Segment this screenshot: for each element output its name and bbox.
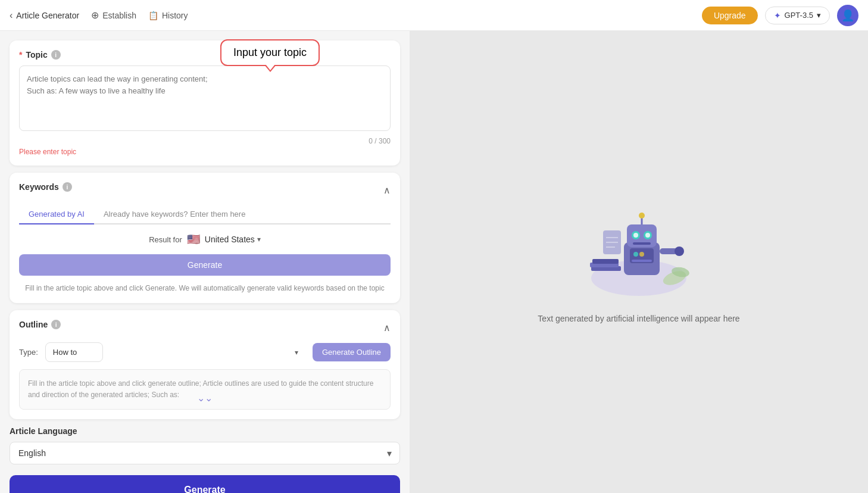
topic-label-text: Topic [26, 50, 47, 60]
tab-manual-keywords[interactable]: Already have keywords? Enter them here [94, 205, 255, 224]
history-label: History [162, 11, 188, 20]
outline-label-text: Outline [19, 320, 48, 329]
generate-keywords-button[interactable]: Generate [19, 254, 391, 276]
country-chevron-icon: ▾ [257, 235, 261, 244]
language-label: Article Language [10, 426, 400, 436]
ai-placeholder-text: Text generated by artificial intelligenc… [538, 314, 739, 323]
establish-icon: ⊕ [91, 10, 99, 21]
svg-point-14 [675, 246, 684, 256]
back-button[interactable]: ‹ Article Generator [10, 10, 79, 21]
outline-card: Outline i ∧ Type: How to Listicle Genera… [10, 310, 400, 419]
establish-label: Establish [102, 11, 136, 20]
right-panel: Text generated by artificial intelligenc… [410, 31, 868, 493]
outline-type-wrapper: How to Listicle General Comparison FAQ [45, 342, 305, 362]
nav-right: Upgrade ✦ GPT-3.5 ▾ 👤 [702, 5, 858, 26]
keywords-collapse-icon[interactable]: ∧ [383, 185, 391, 196]
language-select-wrapper: English Spanish French German Chinese Ja… [10, 442, 400, 464]
gpt-star-icon: ✦ [774, 11, 781, 20]
topic-info-icon[interactable]: i [51, 50, 61, 60]
keywords-label: Keywords i [19, 182, 72, 192]
svg-point-20 [639, 213, 645, 219]
gpt-selector[interactable]: ✦ GPT-3.5 ▾ [765, 7, 830, 24]
svg-rect-12 [633, 242, 651, 245]
keywords-tabs: Generated by AI Already have keywords? E… [19, 205, 391, 224]
svg-rect-5 [592, 259, 619, 264]
language-select[interactable]: English Spanish French German Chinese Ja… [10, 442, 400, 464]
outline-label: Outline i [19, 320, 61, 329]
topic-error: Please enter topic [19, 148, 391, 156]
topic-card: * Topic i 0 / 300 Please enter topic [10, 40, 400, 166]
language-section: Article Language English Spanish French … [10, 426, 400, 464]
outline-info-icon[interactable]: i [51, 320, 61, 329]
keywords-hint: Fill in the article topic above and clic… [19, 283, 391, 294]
history-nav-item[interactable]: 📋 History [148, 11, 188, 20]
generate-main-button[interactable]: Generate [10, 475, 400, 493]
history-icon: 📋 [148, 11, 158, 20]
outline-placeholder: Fill in the article topic above and clic… [19, 369, 391, 410]
outline-type-row: Type: How to Listicle General Comparison… [19, 342, 391, 362]
app-title: Article Generator [16, 11, 79, 20]
topic-label: * Topic i [19, 50, 391, 60]
establish-nav-item[interactable]: ⊕ Establish [91, 10, 136, 21]
gpt-label: GPT-3.5 [785, 11, 813, 20]
tab-generated-by-ai[interactable]: Generated by AI [19, 205, 94, 224]
svg-point-11 [645, 233, 650, 238]
result-for-label: Result for [149, 235, 182, 244]
us-flag-icon: 🇺🇸 [187, 233, 200, 246]
main-layout: * Topic i 0 / 300 Please enter topic Inp… [0, 31, 868, 493]
keywords-card: Keywords i ∧ Generated by AI Already hav… [10, 173, 400, 303]
svg-rect-18 [632, 260, 652, 262]
char-count: 0 / 300 [19, 137, 391, 145]
avatar-icon: 👤 [841, 9, 854, 22]
outline-collapse-icon[interactable]: ∧ [383, 322, 391, 333]
nav-left: ‹ Article Generator ⊕ Establish 📋 Histor… [10, 10, 188, 21]
topic-textarea[interactable] [19, 65, 391, 131]
upgrade-button[interactable]: Upgrade [702, 7, 758, 24]
country-selector[interactable]: United States ▾ [205, 235, 261, 244]
outline-header: Outline i ∧ [19, 320, 391, 335]
svg-point-17 [639, 252, 644, 257]
generate-outline-button[interactable]: Generate Outline [313, 343, 391, 361]
back-icon: ‹ [10, 10, 13, 21]
svg-point-16 [633, 252, 638, 257]
keywords-label-text: Keywords [19, 182, 59, 192]
ai-illustration [579, 201, 698, 302]
outline-type-label: Type: [19, 348, 38, 357]
keywords-info-icon[interactable]: i [63, 182, 72, 192]
outline-expand-icon[interactable]: ⌄⌄ [197, 391, 213, 406]
keywords-header: Keywords i ∧ [19, 182, 391, 198]
gpt-chevron-icon: ▾ [817, 11, 821, 20]
svg-point-10 [633, 233, 638, 238]
keywords-result-row: Result for 🇺🇸 United States ▾ [19, 233, 391, 246]
user-avatar[interactable]: 👤 [837, 5, 858, 26]
left-panel: * Topic i 0 / 300 Please enter topic Inp… [0, 31, 410, 493]
top-navigation: ‹ Article Generator ⊕ Establish 📋 Histor… [0, 0, 868, 31]
country-name: United States [205, 235, 255, 244]
required-star: * [19, 50, 22, 60]
outline-type-select[interactable]: How to Listicle General Comparison FAQ [45, 342, 103, 362]
